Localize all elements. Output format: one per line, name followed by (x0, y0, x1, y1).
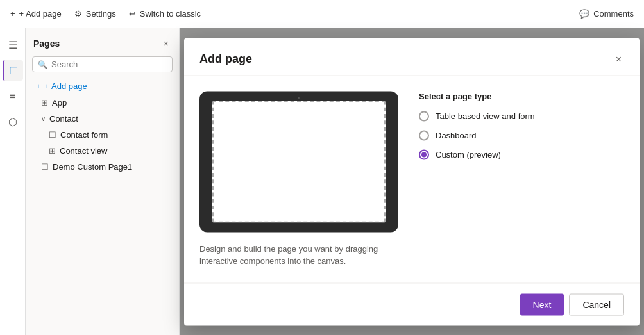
search-icon: 🔍 (38, 60, 47, 69)
modal-footer: Next Cancel (184, 282, 640, 325)
sidebar-close-btn[interactable]: × (161, 37, 171, 50)
modal-body: Design and build the page you want by dr… (184, 76, 640, 282)
sidebar-item-contact-label: Contact (49, 114, 78, 124)
main-content: Add page × Design and build the page you… (180, 28, 644, 335)
settings-btn[interactable]: ⚙ Settings (74, 9, 116, 19)
modal-header: Add page × (184, 38, 640, 76)
radio-circle-custom (419, 149, 429, 159)
cancel-button[interactable]: Cancel (569, 293, 624, 315)
sidebar-header: Pages × (26, 33, 179, 56)
chevron-down-icon: ∨ (41, 115, 46, 122)
sidebar-item-contact-form[interactable]: ☐ Contact form (26, 127, 179, 143)
sidebar-title: Pages (33, 38, 60, 49)
radio-label-table: Table based view and form (436, 111, 535, 121)
add-page-plus-icon: + (36, 81, 41, 91)
sidebar-item-contact-view-label: Contact view (60, 146, 107, 156)
page-icon: ☐ (41, 162, 49, 172)
sidebar-item-app-label: App (52, 98, 67, 108)
radio-option-custom[interactable]: Custom (preview) (419, 149, 624, 159)
options-area: Select a page type Table based view and … (419, 91, 624, 267)
nav-db-icon[interactable]: ⬡ (3, 111, 23, 132)
radio-label-dashboard: Dashboard (436, 131, 477, 140)
switch-icon: ↩ (129, 9, 136, 19)
comments-btn[interactable]: 💬 Comments (579, 9, 634, 19)
sidebar-item-demo-page-label: Demo Custom Page1 (53, 162, 132, 172)
sidebar-item-contact[interactable]: ∨ Contact (26, 111, 179, 127)
radio-option-dashboard[interactable]: Dashboard (419, 130, 624, 140)
radio-option-table[interactable]: Table based view and form (419, 111, 624, 121)
tablet-preview (199, 91, 398, 232)
switch-classic-btn[interactable]: ↩ Switch to classic (129, 9, 201, 19)
search-input[interactable] (51, 60, 167, 69)
modal-title: Add page (199, 53, 252, 66)
top-bar: + + Add page ⚙ Settings ↩ Switch to clas… (0, 0, 644, 28)
gear-icon: ⚙ (74, 9, 82, 19)
comment-icon: 💬 (579, 9, 589, 19)
app-icon: ⊞ (41, 98, 48, 108)
radio-circle-dashboard (419, 130, 429, 140)
modal-close-btn[interactable]: × (613, 51, 624, 67)
search-box: 🔍 (32, 56, 173, 72)
sidebar-item-contact-view[interactable]: ⊞ Contact view (26, 143, 179, 159)
form-icon: ☐ (49, 130, 56, 140)
add-page-sidebar-label: + Add page (45, 81, 87, 91)
preview-description: Design and build the page you want by dr… (199, 242, 398, 267)
settings-label: Settings (86, 9, 116, 19)
switch-label: Switch to classic (140, 9, 201, 19)
nav-menu-icon[interactable]: ☰ (3, 35, 23, 55)
app-shell: ☰ ☐ ≡ ⬡ Pages × 🔍 + + Add page ⊞ App ∨ C… (0, 28, 644, 335)
radio-label-custom: Custom (preview) (436, 150, 501, 159)
comments-label: Comments (593, 9, 634, 19)
add-page-topbar-btn[interactable]: + + Add page (10, 9, 62, 19)
radio-circle-table (419, 111, 429, 121)
add-page-topbar-label: + Add page (19, 9, 62, 19)
sidebar-item-app[interactable]: ⊞ App (26, 95, 179, 111)
nav-pages-icon[interactable]: ☐ (3, 60, 23, 81)
options-label: Select a page type (419, 91, 624, 101)
sidebar: Pages × 🔍 + + Add page ⊞ App ∨ Contact ☐… (26, 28, 180, 335)
next-button[interactable]: Next (520, 293, 564, 315)
plus-icon: + (10, 9, 15, 19)
nav-table-icon[interactable]: ≡ (3, 86, 23, 106)
sidebar-item-contact-form-label: Contact form (60, 130, 108, 140)
sidebar-item-demo-page[interactable]: ☐ Demo Custom Page1 (26, 159, 179, 175)
add-page-sidebar-btn[interactable]: + + Add page (28, 78, 176, 95)
icon-nav: ☰ ☐ ≡ ⬡ (0, 28, 26, 335)
tablet-screen (212, 101, 386, 222)
grid-icon: ⊞ (49, 146, 56, 156)
preview-area: Design and build the page you want by dr… (199, 91, 398, 267)
add-page-modal: Add page × Design and build the page you… (184, 38, 640, 325)
